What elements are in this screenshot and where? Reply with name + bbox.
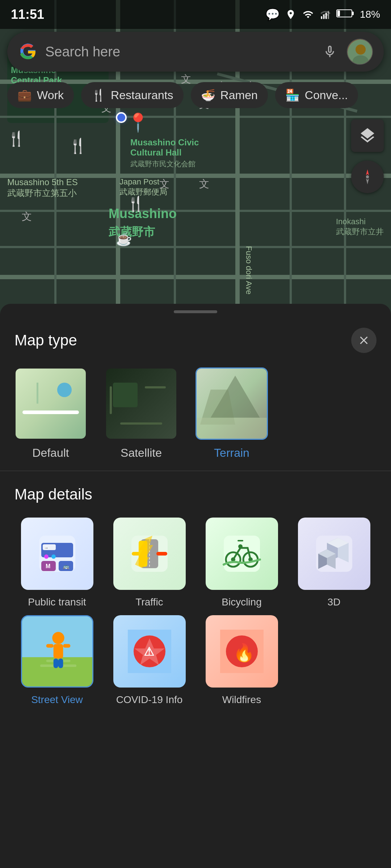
battery-icon [336,8,354,21]
map-pin-food: 🍴 [127,195,145,212]
map-type-default[interactable]: Default [14,367,87,460]
whatsapp-icon: 💬 [265,8,280,21]
road [0,275,391,279]
convenience-icon: 🏪 [285,88,300,102]
svg-rect-40 [58,659,63,668]
map-marker-text: 文 [199,177,209,191]
svg-rect-51 [323,14,325,19]
svg-point-1 [356,44,366,55]
svg-rect-38 [53,644,63,659]
svg-rect-56 [337,10,340,16]
map-label-fuso: Fuso dori Ave [244,246,253,294]
road [0,246,391,248]
map-type-terrain-label: Terrain [214,446,249,460]
map-pin-food: 🍴 [7,130,25,147]
map-label-civic: Musashino CivicCultural Hall [130,137,199,158]
detail-streetview[interactable]: Street View [14,615,100,706]
detail-wildfires[interactable]: 🔥 Wildfires [199,615,284,706]
road [0,210,391,212]
svg-text:🔥: 🔥 [233,642,255,663]
detail-traffic-label: Traffic [135,596,163,608]
chip-convenience[interactable]: 🏪 Conve... [275,82,358,108]
search-bar[interactable]: Search here [7,32,384,72]
chip-ramen-label: Ramen [220,89,258,102]
svg-marker-3 [366,169,369,175]
detail-3d[interactable]: 3D [291,518,377,608]
detail-streetview-thumb [21,615,93,688]
detail-transit[interactable]: → M 🚌 Public transit [14,518,100,608]
chip-ramen[interactable]: 🍜 Ramen [191,82,268,108]
status-time: 11:51 [11,7,44,22]
map-pin-cafe: ☕ [116,231,132,247]
road [0,116,391,118]
svg-point-10 [44,554,49,559]
map-pin-food: 🍴 [69,137,87,154]
avatar[interactable] [347,39,373,65]
bottom-sheet: Map type Default [0,304,391,868]
map-type-default-thumb [14,367,87,440]
detail-bicycling-thumb [206,518,278,590]
svg-rect-41 [46,644,53,648]
svg-rect-52 [325,13,327,19]
microphone-icon[interactable] [320,42,340,62]
signal-icon [320,9,331,20]
svg-text:⚠: ⚠ [144,645,154,658]
status-icons: 💬 18% [265,8,380,21]
restaurants-icon: 🍴 [91,88,106,102]
map-details-title: Map details [0,471,391,510]
detail-covid[interactable]: ⚠ COVID-19 Info [107,615,192,706]
location-icon [285,8,296,21]
svg-text:→: → [44,545,49,550]
svg-rect-53 [328,11,329,19]
compass-button[interactable] [351,161,384,193]
detail-covid-label: COVID-19 Info [116,694,183,706]
close-button[interactable] [351,328,377,353]
detail-empty [291,615,377,706]
place-pin: 📍 [127,112,149,133]
svg-rect-50 [321,16,322,19]
map-label-5th: Musashino 5th ES武蔵野市立第五小 [7,177,78,199]
map-details-grid-row2: Street View ⚠ COVID-19 Info [0,615,391,713]
detail-covid-thumb: ⚠ [113,615,186,688]
my-location-dot [116,112,127,123]
detail-bicycling[interactable]: Bicycling [199,518,284,608]
detail-transit-thumb: → M 🚌 [21,518,93,590]
svg-point-23 [238,544,243,549]
detail-traffic-thumb [113,518,186,590]
svg-marker-4 [366,178,369,184]
map-type-terrain[interactable]: Terrain [196,367,268,460]
map-marker-text: 文 [22,210,32,224]
chip-work[interactable]: 💼 Work [7,82,74,108]
map-type-satellite-thumb [105,367,177,440]
detail-streetview-label: Street View [31,694,83,706]
map-type-terrain-thumb [196,367,268,440]
svg-rect-55 [352,12,354,15]
battery-percent: 18% [360,9,380,20]
detail-wildfires-thumb: 🔥 [206,615,278,688]
work-icon: 💼 [17,88,32,102]
ramen-icon: 🍜 [201,88,215,102]
detail-wildfires-label: Wildfires [222,694,261,706]
chip-restaurants[interactable]: 🍴 Restaurants [81,82,184,108]
svg-text:🚌: 🚌 [63,563,70,570]
svg-rect-39 [53,659,58,668]
svg-text:M: M [46,563,50,569]
detail-traffic[interactable]: Traffic [107,518,192,608]
status-bar: 11:51 💬 18% [0,0,391,29]
map-type-default-label: Default [32,446,69,460]
wifi-icon [302,9,315,20]
sheet-handle [174,310,217,313]
svg-point-11 [51,554,56,559]
detail-3d-thumb [298,518,370,590]
svg-point-37 [52,632,64,644]
map-type-options: Default Satellite [0,360,391,471]
map-label-civic-jp: 武蔵野市民文化会館 [130,159,196,169]
search-input[interactable]: Search here [45,44,320,60]
map-type-satellite[interactable]: Satellite [105,367,177,460]
chip-convenience-label: Conve... [305,89,348,102]
detail-bicycling-label: Bicycling [222,596,261,608]
layers-button[interactable] [351,119,384,152]
map-type-title: Map type [14,332,77,349]
chip-restaurants-label: Restaurants [111,89,173,102]
map-type-satellite-label: Satellite [121,446,162,460]
